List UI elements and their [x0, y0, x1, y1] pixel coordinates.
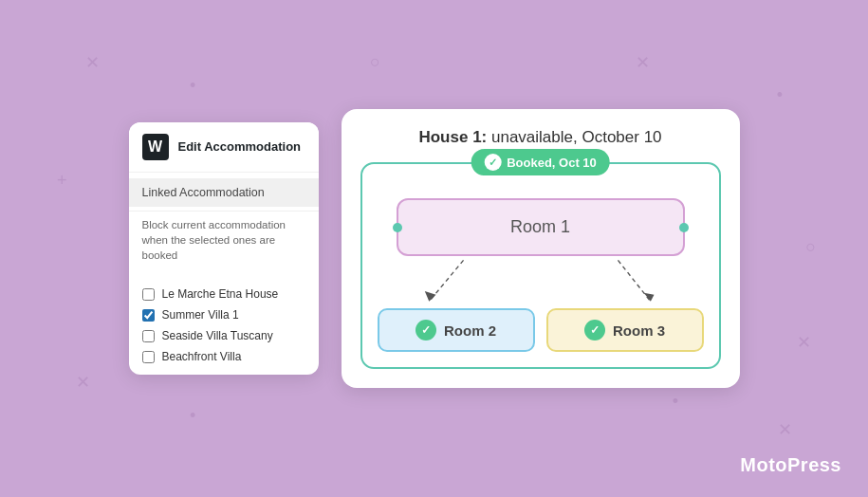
- wp-admin-panel: W Edit Accommodation Linked Accommodatio…: [129, 122, 319, 375]
- deco-circle-1: ○: [370, 52, 380, 72]
- diagram-title: House 1: unavailable, October 10: [360, 128, 721, 147]
- dot-right: [679, 223, 689, 232]
- room2-check-icon: [416, 320, 436, 341]
- deco-x-5: ✕: [797, 332, 811, 353]
- checkbox-0[interactable]: [142, 288, 155, 301]
- deco-plus-1: +: [57, 171, 67, 191]
- dot-left: [393, 223, 402, 232]
- diagram-title-status: unavailable, October 10: [487, 128, 661, 146]
- checkbox-2[interactable]: [142, 330, 155, 342]
- bottom-rooms: Room 2 Room 3: [378, 308, 704, 352]
- submenu-linked-accommodation[interactable]: Linked Accommodation: [129, 178, 319, 207]
- room1-box: Room 1: [397, 198, 685, 256]
- checkbox-3[interactable]: [142, 351, 155, 363]
- check-label-2: Seaside Villa Tuscany: [162, 329, 273, 342]
- accommodation-checklist: Le Marche Etna House Summer Villa 1 Seas…: [129, 276, 319, 375]
- wp-panel-header: W Edit Accommodation: [129, 122, 319, 173]
- deco-x-4: ✕: [778, 419, 792, 440]
- diagram-panel: House 1: unavailable, October 10 Booked,…: [342, 109, 740, 388]
- deco-dot-1: •: [190, 76, 195, 96]
- check-label-3: Beachfront Villa: [162, 350, 242, 363]
- deco-circle-2: ○: [805, 237, 816, 257]
- deco-dot-2: •: [777, 85, 783, 105]
- check-item-1[interactable]: Summer Villa 1: [142, 304, 305, 325]
- deco-dot-3: •: [190, 406, 195, 426]
- check-label-0: Le Marche Etna House: [162, 287, 279, 301]
- check-label-1: Summer Villa 1: [162, 308, 239, 322]
- check-item-3[interactable]: Beachfront Villa: [142, 346, 305, 367]
- deco-dot-4: •: [673, 392, 678, 412]
- wordpress-logo: W: [142, 134, 169, 160]
- wp-panel-title: Edit Accommodation: [178, 139, 302, 154]
- room3-check-icon: [584, 320, 605, 341]
- check-item-2[interactable]: Seaside Villa Tuscany: [142, 325, 305, 346]
- motopress-brand: MotoPress: [740, 454, 841, 476]
- arrows-diagram: [378, 256, 704, 308]
- svg-marker-1: [424, 291, 435, 302]
- room3-box: Room 3: [546, 308, 704, 352]
- room2-box: Room 2: [378, 308, 535, 352]
- room2-label: Room 2: [444, 322, 496, 339]
- checkbox-1[interactable]: [142, 309, 155, 322]
- room3-label: Room 3: [613, 322, 665, 339]
- diagram-title-main: House 1:: [418, 128, 487, 146]
- booked-badge-label: Booked, Oct 10: [507, 156, 597, 170]
- booked-check-icon: [484, 154, 501, 171]
- deco-x-2: ✕: [636, 52, 650, 73]
- main-container: W Edit Accommodation Linked Accommodatio…: [129, 109, 740, 388]
- check-item-0[interactable]: Le Marche Etna House: [142, 284, 305, 304]
- booked-badge: Booked, Oct 10: [471, 149, 610, 175]
- room1-label: Room 1: [510, 217, 570, 236]
- wp-submenu: Linked Accommodation Block current accom…: [129, 173, 319, 276]
- deco-x-1: ✕: [85, 52, 100, 73]
- diagram-border: Booked, Oct 10 Room 1 Ro: [360, 162, 721, 369]
- submenu-description: Block current accommodation when the sel…: [129, 211, 319, 270]
- deco-x-3: ✕: [76, 372, 90, 393]
